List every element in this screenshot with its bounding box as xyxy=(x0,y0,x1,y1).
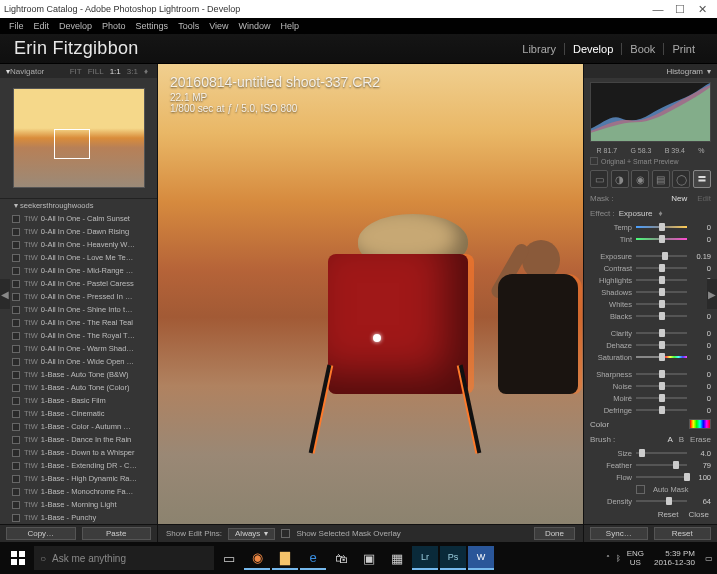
preset-item[interactable]: TtW1-Base - Monochrome Fa… xyxy=(0,485,157,498)
menu-file[interactable]: File xyxy=(4,21,29,31)
system-tray[interactable]: ˄ ᛒ ENGUS 5:39 PM2016-12-30 ▭ xyxy=(606,549,713,567)
slider-sharpness[interactable]: Sharpness0 xyxy=(590,368,711,380)
adjustment-pin[interactable] xyxy=(373,334,381,342)
preset-item[interactable]: TtW0-All In One - The Real Teal xyxy=(0,316,157,329)
slider-tint[interactable]: Tint0 xyxy=(590,233,711,245)
show-mask-checkbox[interactable] xyxy=(281,529,290,538)
taskbar-photoshop-icon[interactable]: Ps xyxy=(440,546,466,570)
preset-item[interactable]: TtW1-Base - Basic Film xyxy=(0,394,157,407)
redeye-tool-icon[interactable]: ◉ xyxy=(631,170,649,188)
nav-zoom-menu-icon[interactable]: ♦ xyxy=(141,67,151,76)
brush-b[interactable]: B xyxy=(679,435,684,444)
slider-clarity[interactable]: Clarity0 xyxy=(590,327,711,339)
menu-tools[interactable]: Tools xyxy=(173,21,204,31)
mask-new-button[interactable]: New xyxy=(671,194,687,203)
slider-blacks[interactable]: Blacks0 xyxy=(590,310,711,322)
menu-settings[interactable]: Settings xyxy=(131,21,174,31)
preset-item[interactable]: TtW1-Base - Color - Autumn … xyxy=(0,420,157,433)
reset-button[interactable]: Reset xyxy=(654,527,712,540)
histogram[interactable] xyxy=(590,82,711,142)
slider-noise[interactable]: Noise0 xyxy=(590,380,711,392)
taskbar-word-icon[interactable]: W xyxy=(468,546,494,570)
minimize-button[interactable]: — xyxy=(647,3,669,15)
original-preview-row[interactable]: Original + Smart Preview xyxy=(584,155,717,167)
preset-item[interactable]: TtW1-Base - Down to a Whisper xyxy=(0,446,157,459)
slider-contrast[interactable]: Contrast0 xyxy=(590,262,711,274)
preset-item[interactable]: TtW0-All In One - Shine Into t… xyxy=(0,303,157,316)
preset-item[interactable]: TtW0-All In One - Warm Shad… xyxy=(0,342,157,355)
preset-item[interactable]: TtW1-Base - Cinematic xyxy=(0,407,157,420)
brush-close[interactable]: Close xyxy=(689,510,709,519)
nav-zoom-1to1[interactable]: 1:1 xyxy=(107,67,124,76)
brush-erase[interactable]: Erase xyxy=(690,435,711,444)
menu-develop[interactable]: Develop xyxy=(54,21,97,31)
done-button[interactable]: Done xyxy=(534,527,575,540)
paste-button[interactable]: Paste xyxy=(82,527,152,540)
brush-tool-icon[interactable]: 〓 xyxy=(693,170,711,188)
gradient-tool-icon[interactable]: ▤ xyxy=(652,170,670,188)
taskbar-search[interactable]: ○ Ask me anything xyxy=(34,546,214,570)
original-checkbox[interactable] xyxy=(590,157,598,165)
menu-edit[interactable]: Edit xyxy=(29,21,55,31)
taskbar-chrome-icon[interactable]: ◉ xyxy=(244,546,270,570)
slider-dehaze[interactable]: Dehaze0 xyxy=(590,339,711,351)
show-edit-pins-select[interactable]: Always ▾ xyxy=(228,528,275,540)
automask-row[interactable]: Auto Mask xyxy=(590,483,711,495)
preset-item[interactable]: TtW0-All In One - The Royal T… xyxy=(0,329,157,342)
menu-window[interactable]: Window xyxy=(234,21,276,31)
mask-edit-button[interactable]: Edit xyxy=(697,194,711,203)
module-library[interactable]: Library xyxy=(514,43,565,55)
module-print[interactable]: Print xyxy=(664,43,703,55)
slider-moiré[interactable]: Moiré0 xyxy=(590,392,711,404)
effect-row[interactable]: Effect : Exposure ♦ xyxy=(584,206,717,221)
brush-reset[interactable]: Reset xyxy=(658,510,679,519)
preset-item[interactable]: TtW1-Base - Auto Tone (B&W) xyxy=(0,368,157,381)
taskbar-store-icon[interactable]: 🛍 xyxy=(328,546,354,570)
menu-view[interactable]: View xyxy=(204,21,233,31)
preset-item[interactable]: TtW1-Base - Dance In the Rain xyxy=(0,433,157,446)
nav-zoom-3to1[interactable]: 3:1 xyxy=(124,67,141,76)
preset-item[interactable]: TtW0-All In One - Wide Open … xyxy=(0,355,157,368)
copy-button[interactable]: Copy… xyxy=(6,527,76,540)
task-view-icon[interactable]: ▭ xyxy=(216,546,242,570)
tray-up-icon[interactable]: ˄ xyxy=(606,554,610,563)
tray-notifications-icon[interactable]: ▭ xyxy=(705,554,713,563)
navigator-viewport-rect[interactable] xyxy=(54,129,90,159)
start-button[interactable] xyxy=(4,546,32,570)
preset-item[interactable]: ▾ seekersthroughwoods xyxy=(0,199,157,212)
preset-item[interactable]: TtW0-All In One - Pastel Caress xyxy=(0,277,157,290)
slider-exposure[interactable]: Exposure0.19 xyxy=(590,250,711,262)
slider-defringe[interactable]: Defringe0 xyxy=(590,404,711,416)
taskbar-edge-icon[interactable]: e xyxy=(300,546,326,570)
spot-tool-icon[interactable]: ◑ xyxy=(611,170,629,188)
tray-bluetooth-icon[interactable]: ᛒ xyxy=(616,554,621,563)
left-panel-handle-icon[interactable]: ◀ xyxy=(0,279,10,309)
preset-item[interactable]: TtW0-All In One - Love Me Te… xyxy=(0,251,157,264)
slider-highlights[interactable]: Highlights0 xyxy=(590,274,711,286)
slider-size[interactable]: Size4.0 xyxy=(590,447,711,459)
preset-item[interactable]: TtW0-All In One - Heavenly W… xyxy=(0,238,157,251)
preset-item[interactable]: TtW0-All In One - Calm Sunset xyxy=(0,212,157,225)
crop-tool-icon[interactable]: ▭ xyxy=(590,170,608,188)
preset-item[interactable]: TtW0-All In One - Mid-Range … xyxy=(0,264,157,277)
preset-item[interactable]: TtW1-Base - Extending DR - C… xyxy=(0,459,157,472)
nav-zoom-fill[interactable]: FILL xyxy=(85,67,107,76)
slider-flow[interactable]: Flow100 xyxy=(590,471,711,483)
taskbar-explorer-icon[interactable]: ▇ xyxy=(272,546,298,570)
navigator-thumbnail[interactable] xyxy=(0,78,157,198)
preset-list[interactable]: ▾ seekersthroughwoodsTtW0-All In One - C… xyxy=(0,198,157,524)
sync-button[interactable]: Sync… xyxy=(590,527,648,540)
menu-photo[interactable]: Photo xyxy=(97,21,131,31)
module-book[interactable]: Book xyxy=(622,43,664,55)
taskbar-app2-icon[interactable]: ▦ xyxy=(384,546,410,570)
module-develop[interactable]: Develop xyxy=(565,43,622,55)
slider-temp[interactable]: Temp0 xyxy=(590,221,711,233)
preset-item[interactable]: TtW0-All In One - Dawn Rising xyxy=(0,225,157,238)
preset-item[interactable]: TtW1-Base - Auto Tone (Color) xyxy=(0,381,157,394)
nav-zoom-fit[interactable]: FIT xyxy=(67,67,85,76)
slider-saturation[interactable]: Saturation0 xyxy=(590,351,711,363)
preset-item[interactable]: TtW1-Base - High Dynamic Ra… xyxy=(0,472,157,485)
preset-item[interactable]: TtW0-All In One - Pressed In … xyxy=(0,290,157,303)
taskbar-lightroom-icon[interactable]: Lr xyxy=(412,546,438,570)
radial-tool-icon[interactable]: ◯ xyxy=(672,170,690,188)
